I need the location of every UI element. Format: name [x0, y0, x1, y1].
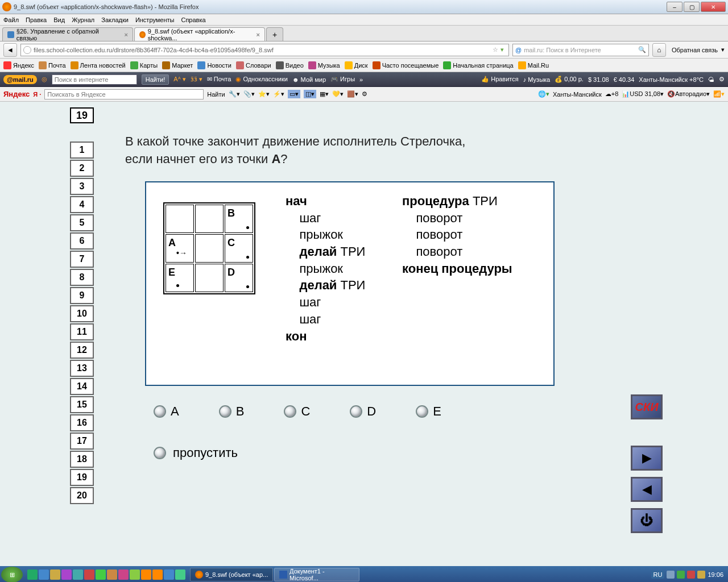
bm-startpage[interactable]: Начальная страница: [443, 61, 513, 69]
tab-1[interactable]: §26. Управление с обратной связью×: [2, 27, 133, 41]
menu-help[interactable]: Справка: [181, 16, 205, 23]
ql-icon[interactable]: [96, 569, 106, 580]
menu-view[interactable]: Вид: [53, 16, 65, 23]
ql-icon[interactable]: [130, 569, 140, 580]
question-nav-12[interactable]: 12: [70, 342, 94, 359]
search-icon[interactable]: 🔍: [638, 46, 646, 53]
mailru-odno[interactable]: ◉ Одноклассники: [235, 76, 288, 83]
url-bar[interactable]: files.school-collection.edu.ru/dlrstore/…: [20, 44, 509, 56]
bm-novosti[interactable]: Новости: [197, 61, 231, 69]
mailru-search[interactable]: [52, 74, 137, 85]
bm-slovari[interactable]: Словари: [236, 61, 271, 69]
ql-icon[interactable]: [107, 569, 117, 580]
tool-icon[interactable]: 🔧▾: [229, 90, 240, 98]
question-nav-4[interactable]: 4: [70, 196, 94, 213]
layout-icon[interactable]: ▭▾: [288, 90, 300, 98]
ql-icon[interactable]: [118, 569, 129, 580]
option-D[interactable]: D: [350, 404, 376, 419]
option-A[interactable]: A: [154, 404, 179, 419]
block-icon[interactable]: 🟫▾: [347, 90, 358, 98]
question-nav-11[interactable]: 11: [70, 323, 94, 340]
question-nav-2[interactable]: 2: [70, 160, 94, 177]
tab-2-close-icon[interactable]: ×: [257, 31, 260, 38]
taskbar-app-firefox[interactable]: 9_8.swf (объект «ap...: [190, 568, 273, 581]
ql-icon[interactable]: [50, 569, 60, 580]
ql-icon[interactable]: [141, 569, 151, 580]
tab-1-close-icon[interactable]: ×: [125, 31, 128, 38]
mailru-money[interactable]: 💰 0,00 р.: [555, 76, 584, 83]
translate-icon[interactable]: ӟӟ ▾: [191, 76, 202, 83]
back-button[interactable]: ◄: [3, 43, 17, 57]
ql-icon[interactable]: [39, 569, 49, 580]
ql-icon[interactable]: [175, 569, 185, 580]
bm-video[interactable]: Видео: [276, 61, 304, 69]
mailru-games[interactable]: 🎮 Игры: [330, 76, 355, 83]
question-nav-9[interactable]: 9: [70, 287, 94, 304]
question-nav-7[interactable]: 7: [70, 251, 94, 268]
gear-icon[interactable]: ⚙: [362, 90, 367, 98]
heart-icon[interactable]: 💛▾: [332, 90, 344, 98]
bm-yandex[interactable]: Яндекс: [3, 61, 34, 69]
menu-history[interactable]: Журнал: [72, 16, 94, 23]
clip-icon[interactable]: 📎▾: [243, 90, 255, 98]
ski-button[interactable]: СКИ: [631, 394, 663, 419]
skip-option[interactable]: пропустить: [154, 446, 238, 460]
ql-icon[interactable]: [164, 569, 174, 580]
lang-indicator[interactable]: RU: [651, 571, 665, 579]
new-tab-button[interactable]: +: [266, 27, 283, 41]
text-tool-icon[interactable]: Aᴬ ▾: [173, 76, 185, 83]
option-C[interactable]: C: [284, 404, 310, 419]
menu-file[interactable]: Файл: [3, 16, 19, 23]
question-nav-17[interactable]: 17: [70, 433, 94, 450]
question-nav-18[interactable]: 18: [70, 451, 94, 468]
bm-mailru[interactable]: Mail.Ru: [518, 61, 549, 69]
minimize-button[interactable]: –: [667, 2, 682, 12]
ql-icon[interactable]: [61, 569, 72, 580]
menu-bookmarks[interactable]: Закладки: [101, 16, 129, 23]
tray-icon[interactable]: [687, 571, 695, 579]
question-nav-3[interactable]: 3: [70, 178, 94, 195]
mailru-weather[interactable]: Ханты-Мансийск +8°C: [639, 76, 704, 83]
yandex-logo[interactable]: Яндекс: [3, 90, 30, 98]
home-button[interactable]: ⌂: [652, 43, 666, 57]
ql-icon[interactable]: [27, 569, 38, 580]
dropdown-icon[interactable]: ▾: [721, 46, 725, 53]
question-nav-6[interactable]: 6: [70, 232, 94, 250]
question-nav-13[interactable]: 13: [70, 360, 94, 377]
yandex-radio[interactable]: 🔇Авторадио▾: [667, 90, 710, 98]
yandex-find-button[interactable]: Найти: [207, 91, 225, 98]
mailru-likes[interactable]: 👍 Нравится: [481, 76, 519, 83]
menu-edit[interactable]: Правка: [26, 16, 47, 23]
question-nav-15[interactable]: 15: [70, 396, 94, 413]
rss-icon[interactable]: ▾: [500, 46, 504, 53]
bm-disk[interactable]: Диск: [345, 61, 368, 69]
feedback-link[interactable]: Обратная связь: [672, 47, 718, 53]
menu-tools[interactable]: Инструменты: [135, 16, 175, 23]
search-box[interactable]: @ mail.ru: Поиск в Интернете 🔍: [512, 44, 649, 56]
maximize-button[interactable]: ▢: [684, 2, 700, 12]
question-nav-20[interactable]: 20: [70, 487, 94, 504]
signal-icon[interactable]: 📶▾: [713, 90, 725, 98]
star-icon[interactable]: ⭐▾: [258, 90, 270, 98]
question-nav-8[interactable]: 8: [70, 269, 94, 286]
bm-mail[interactable]: Почта: [39, 61, 66, 69]
tray-icon[interactable]: [697, 571, 705, 579]
bm-visited[interactable]: Часто посещаемые: [373, 61, 439, 69]
question-nav-10[interactable]: 10: [70, 305, 94, 322]
bm-maps[interactable]: Карты: [130, 61, 158, 69]
bm-market[interactable]: Маркет: [162, 61, 193, 69]
question-nav-16[interactable]: 16: [70, 414, 94, 431]
yandex-search[interactable]: [44, 89, 204, 99]
ql-icon[interactable]: [73, 569, 83, 580]
question-nav-14[interactable]: 14: [70, 378, 94, 395]
yandex-city[interactable]: Ханты-Мансийск: [553, 91, 602, 98]
next-button[interactable]: ▶: [631, 446, 663, 471]
mailru-moimir[interactable]: ☻ Мой мир: [292, 76, 326, 83]
prev-button[interactable]: ◀: [631, 477, 663, 502]
gear-icon[interactable]: ⚙: [719, 76, 725, 83]
bolt-icon[interactable]: ⚡▾: [273, 90, 284, 98]
mailru-mail[interactable]: ✉ Почта: [207, 76, 231, 83]
ql-icon[interactable]: [152, 569, 163, 580]
stop-button[interactable]: ⏻: [631, 508, 663, 533]
close-button[interactable]: ✕: [701, 2, 726, 12]
